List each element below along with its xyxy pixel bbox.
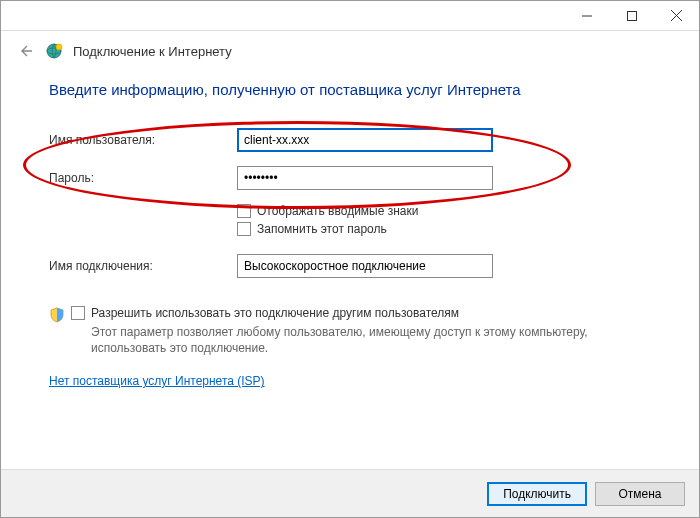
show-chars-checkbox[interactable] [237,204,251,218]
connection-name-row: Имя подключения: [49,254,651,278]
content-area: Введите информацию, полученную от постав… [1,69,699,469]
password-input[interactable] [237,166,493,190]
cancel-button[interactable]: Отмена [595,482,685,506]
allow-others-text: Разрешить использовать это подключение д… [71,306,651,356]
allow-others-checkbox[interactable] [71,306,85,320]
show-chars-row: Отображать вводимые знаки [237,204,651,218]
username-input[interactable] [237,128,493,152]
password-label: Пароль: [49,171,237,185]
remember-label: Запомнить этот пароль [257,222,387,236]
minimize-button[interactable] [564,2,609,30]
connection-name-input[interactable] [237,254,493,278]
allow-others-label: Разрешить использовать это подключение д… [91,306,459,320]
no-isp-link[interactable]: Нет поставщика услуг Интернета (ISP) [49,374,265,388]
remember-row: Запомнить этот пароль [237,222,651,236]
connect-button[interactable]: Подключить [487,482,587,506]
dialog-footer: Подключить Отмена [1,469,699,517]
connection-name-label: Имя подключения: [49,259,237,273]
allow-others-section: Разрешить использовать это подключение д… [49,306,651,356]
minimize-icon [582,11,592,21]
username-row: Имя пользователя: [49,128,651,152]
titlebar [1,1,699,31]
maximize-icon [627,11,637,21]
page-heading: Введите информацию, полученную от постав… [49,81,651,98]
svg-rect-1 [627,11,636,20]
dialog-header: Подключение к Интернету [1,31,699,69]
dialog-window: Подключение к Интернету Введите информац… [0,0,700,518]
globe-icon [45,42,63,60]
password-row: Пароль: [49,166,651,190]
allow-others-description: Этот параметр позволяет любому пользоват… [91,324,651,356]
show-chars-label: Отображать вводимые знаки [257,204,418,218]
maximize-button[interactable] [609,2,654,30]
back-button[interactable] [15,41,35,61]
close-button[interactable] [654,2,699,30]
close-icon [671,10,682,21]
remember-checkbox[interactable] [237,222,251,236]
svg-point-6 [56,44,62,50]
back-arrow-icon [17,43,33,59]
username-label: Имя пользователя: [49,133,237,147]
shield-icon [49,307,65,323]
dialog-title: Подключение к Интернету [73,44,232,59]
